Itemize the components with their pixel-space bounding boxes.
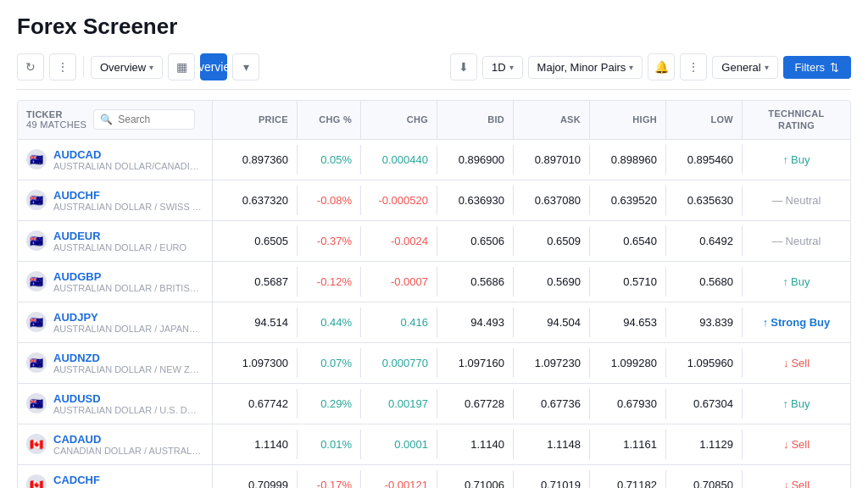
td-chg: -0.000520 — [361, 186, 437, 215]
ticker-name[interactable]: AUDGBP — [53, 270, 202, 283]
td-chg: 0.416 — [361, 308, 437, 337]
market-dropdown[interactable]: Major, Minor Pairs ▾ — [528, 56, 643, 79]
td-chg: 0.0001 — [361, 430, 437, 459]
td-bid: 1.097160 — [437, 348, 514, 378]
rating-arrow: — — [772, 194, 783, 207]
ticker-name[interactable]: AUDUSD — [53, 392, 202, 405]
rating-cell: ↑ Buy — [751, 153, 842, 166]
td-rating: ↑ Buy — [743, 267, 850, 297]
ticker-info: CADAUD CANADIAN DOLLAR / AUSTRALIAN DOLL… — [53, 433, 202, 456]
overview-dropdown[interactable]: Overview ▾ — [91, 56, 163, 79]
chart-icon: ▦ — [176, 60, 187, 74]
general-chevron-icon: ▾ — [765, 63, 769, 72]
ticker-cell: 🇦🇺 AUDEUR AUSTRALIAN DOLLAR / EURO — [18, 221, 213, 261]
td-price: 0.70999 — [213, 470, 298, 488]
overview-active-button[interactable]: Overview — [200, 53, 227, 80]
add-view-button[interactable]: ▾ — [232, 53, 259, 80]
td-ask: 0.67736 — [514, 389, 590, 419]
ticker-name[interactable]: CADAUD — [53, 433, 202, 446]
td-chg: -0.00121 — [361, 470, 437, 488]
th-high: HIGH — [590, 101, 666, 139]
ticker-name[interactable]: AUDCAD — [53, 148, 202, 161]
td-chg: -0.0007 — [361, 267, 437, 297]
download-button[interactable]: ⬇ — [450, 53, 477, 80]
ticker-desc: AUSTRALIAN DOLLAR / JAPANESE YEN — [53, 324, 202, 334]
table-row[interactable]: 🇦🇺 AUDGBP AUSTRALIAN DOLLAR / BRITISH PO… — [18, 262, 850, 302]
general-dropdown[interactable]: General ▾ — [712, 56, 777, 79]
th-low: LOW — [666, 101, 743, 139]
refresh-button[interactable]: ↻ — [17, 53, 44, 80]
td-low: 93.839 — [666, 308, 743, 337]
td-chgp: 0.44% — [298, 308, 361, 337]
table-row[interactable]: 🇦🇺 AUDCHF AUSTRALIAN DOLLAR / SWISS FRAN… — [18, 180, 850, 221]
more2-button[interactable]: ⋮ — [680, 53, 707, 80]
rating-label: Buy — [791, 275, 810, 288]
td-rating: ↑ Buy — [743, 389, 850, 419]
more-menu-button[interactable]: ⋮ — [49, 53, 76, 80]
search-icon: 🔍 — [100, 114, 113, 125]
screener-table: TICKER 49 MATCHES 🔍 PRICE CHG % CHG BID … — [17, 100, 851, 488]
search-wrapper: 🔍 — [93, 109, 195, 130]
td-chg: -0.0024 — [361, 226, 437, 256]
td-chgp: 0.05% — [298, 145, 361, 175]
ticker-cell: 🇦🇺 AUDGBP AUSTRALIAN DOLLAR / BRITISH PO… — [18, 262, 213, 302]
td-high: 1.1161 — [590, 430, 666, 459]
td-low: 1.1129 — [666, 430, 743, 459]
toolbar-divider-1 — [83, 57, 84, 77]
table-row[interactable]: 🇦🇺 AUDEUR AUSTRALIAN DOLLAR / EURO 0.650… — [18, 221, 850, 262]
rating-arrow: ↑ — [783, 275, 789, 288]
td-chg: 0.000440 — [361, 145, 437, 175]
table-row[interactable]: 🇦🇺 AUDCAD AUSTRALIAN DOLLAR/CANADIAN DOL… — [18, 140, 850, 180]
interval-chevron-icon: ▾ — [509, 63, 514, 72]
td-rating: — Neutral — [743, 186, 850, 215]
ticker-desc: CANADIAN DOLLAR / AUSTRALIAN DOLLAR — [53, 446, 202, 456]
td-price: 1.097300 — [213, 348, 298, 378]
ticker-name[interactable]: CADCHF — [53, 474, 202, 486]
td-chgp: 0.07% — [298, 348, 361, 378]
ticker-info: AUDCAD AUSTRALIAN DOLLAR/CANADIAN DOLLAR — [53, 148, 202, 171]
interval-dropdown[interactable]: 1D ▾ — [482, 56, 523, 79]
td-high: 0.6540 — [590, 226, 666, 256]
ticker-info: AUDUSD AUSTRALIAN DOLLAR / U.S. DOLLAR — [53, 392, 202, 415]
th-rating: TECHNICAL RATING — [743, 101, 850, 139]
td-chgp: -0.12% — [298, 267, 361, 297]
refresh-icon: ↻ — [25, 60, 36, 74]
table-row[interactable]: 🇦🇺 AUDJPY AUSTRALIAN DOLLAR / JAPANESE Y… — [18, 302, 850, 343]
ticker-desc: AUSTRALIAN DOLLAR / EURO — [53, 242, 186, 252]
rating-arrow: ↓ — [783, 438, 789, 451]
ticker-name[interactable]: AUDNZD — [53, 352, 202, 364]
more2-icon: ⋮ — [687, 60, 699, 74]
table-row[interactable]: 🇨🇦 CADCHF CANADIAN DOLLAR / SWISS FRANC … — [18, 465, 850, 488]
ticker-name[interactable]: AUDCHF — [53, 189, 202, 202]
rating-cell: — Neutral — [751, 194, 842, 207]
td-chgp: -0.08% — [298, 186, 361, 215]
flag-icon: 🇦🇺 — [26, 271, 47, 291]
interval-label: 1D — [492, 61, 506, 74]
ticker-desc: AUSTRALIAN DOLLAR / SWISS FRANC — [53, 202, 202, 212]
alert-button[interactable]: 🔔 — [648, 53, 675, 80]
ticker-desc: AUSTRALIAN DOLLAR / BRITISH POUND — [53, 283, 202, 293]
td-bid: 1.1140 — [437, 430, 514, 459]
th-ticker: TICKER 49 MATCHES 🔍 — [18, 101, 213, 139]
table-row[interactable]: 🇦🇺 AUDUSD AUSTRALIAN DOLLAR / U.S. DOLLA… — [18, 384, 850, 424]
filters-button[interactable]: Filters ⇅ — [783, 56, 851, 79]
td-ask: 0.6509 — [514, 226, 590, 256]
ticker-desc: AUSTRALIAN DOLLAR/CANADIAN DOLLAR — [53, 161, 202, 171]
ticker-info: AUDGBP AUSTRALIAN DOLLAR / BRITISH POUND — [53, 270, 202, 293]
td-bid: 0.5686 — [437, 267, 514, 297]
toolbar: ↻ ⋮ Overview ▾ ▦ Overview ▾ ⬇ 1D ▾ Major… — [17, 53, 851, 90]
table-row[interactable]: 🇨🇦 CADAUD CANADIAN DOLLAR / AUSTRALIAN D… — [18, 424, 850, 465]
td-ask: 1.1148 — [514, 430, 590, 459]
table-row[interactable]: 🇦🇺 AUDNZD AUSTRALIAN DOLLAR / NEW ZEALAN… — [18, 343, 850, 384]
filters-label: Filters — [795, 61, 825, 74]
ticker-name[interactable]: AUDEUR — [53, 230, 186, 242]
td-price: 94.514 — [213, 308, 298, 337]
td-rating: ↑ Buy — [743, 145, 850, 175]
add-icon: ▾ — [243, 60, 249, 74]
td-high: 94.653 — [590, 308, 666, 337]
flag-icon: 🇨🇦 — [26, 434, 47, 454]
td-price: 0.67742 — [213, 389, 298, 419]
ticker-info: CADCHF CANADIAN DOLLAR / SWISS FRANC — [53, 474, 202, 488]
ticker-name[interactable]: AUDJPY — [53, 311, 202, 324]
th-ask: ASK — [514, 101, 590, 139]
